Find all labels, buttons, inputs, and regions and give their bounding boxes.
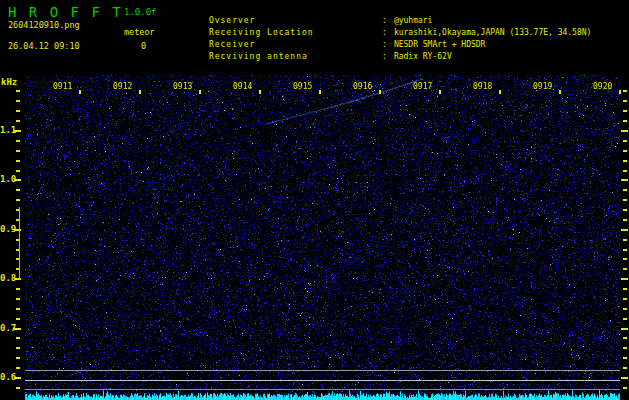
time-label: 0916 — [353, 83, 372, 91]
info-row-observer: Ovserver:@yuhmari — [180, 3, 591, 15]
freq-label: 1.0 — [0, 175, 13, 184]
info-value: NESDR SMArt + HDSDR — [394, 40, 486, 49]
info-label: Recviving antenna — [209, 51, 382, 63]
freq-minor-tick — [16, 100, 20, 102]
freq-minor-tick — [623, 100, 627, 102]
freq-major-tick — [14, 179, 21, 181]
meteor-label: meteor — [124, 27, 155, 37]
freq-minor-tick — [623, 387, 627, 389]
time-tick — [439, 90, 441, 94]
freq-minor-tick — [16, 140, 20, 142]
info-label: Receiver — [209, 39, 382, 51]
time-tick — [199, 90, 201, 94]
time-tick — [139, 90, 141, 94]
freq-major-tick — [621, 278, 628, 280]
freq-minor-tick — [623, 239, 627, 241]
time-label: 0913 — [173, 83, 192, 91]
freq-minor-tick — [16, 308, 20, 310]
freq-minor-tick — [16, 160, 20, 162]
time-tick — [619, 90, 621, 94]
datetime-label: 26.04.12 09:10 — [8, 41, 80, 51]
freq-label: 0.6 — [0, 373, 13, 382]
freq-major-tick — [621, 377, 628, 379]
info-colon: : — [382, 51, 394, 63]
hrofft-window: H R O F F T 1.0.0f 2604120910.png 26.04.… — [0, 0, 629, 400]
time-label: 0920 — [593, 83, 612, 91]
freq-major-tick — [621, 328, 628, 330]
freq-minor-tick — [623, 249, 627, 251]
time-label: 0911 — [53, 83, 72, 91]
freq-minor-tick — [623, 150, 627, 152]
info-value: kurashiki,Okayama,JAPAN (133.77E, 34.58N… — [394, 28, 591, 37]
info-colon: : — [382, 15, 394, 27]
info-value: Radix RY-62V — [394, 52, 452, 61]
freq-axis-unit: kHz — [1, 77, 17, 87]
freq-minor-tick — [16, 318, 20, 320]
freq-minor-tick — [16, 298, 20, 300]
freq-minor-tick — [623, 298, 627, 300]
spectrogram-canvas — [25, 75, 620, 400]
output-filename: 2604120910.png — [8, 20, 80, 30]
freq-minor-tick — [623, 90, 627, 92]
time-label: 0917 — [413, 83, 432, 91]
freq-major-tick — [14, 377, 21, 379]
freq-minor-tick — [623, 189, 627, 191]
freq-minor-tick — [16, 199, 20, 201]
freq-minor-tick — [16, 170, 20, 172]
freq-minor-tick — [623, 170, 627, 172]
freq-major-tick — [621, 179, 628, 181]
freq-minor-tick — [623, 318, 627, 320]
freq-minor-tick — [623, 288, 627, 290]
freq-minor-tick — [623, 140, 627, 142]
time-label: 0914 — [233, 83, 252, 91]
info-colon: : — [382, 27, 394, 39]
time-label: 0919 — [533, 83, 552, 91]
freq-minor-tick — [16, 337, 20, 339]
freq-minor-tick — [16, 110, 20, 112]
time-tick — [79, 90, 81, 94]
freq-minor-tick — [16, 387, 20, 389]
freq-minor-tick — [16, 120, 20, 122]
freq-minor-tick — [16, 150, 20, 152]
time-tick — [499, 90, 501, 94]
freq-minor-tick — [623, 337, 627, 339]
time-tick — [319, 90, 321, 94]
freq-minor-tick — [16, 288, 20, 290]
time-tick — [559, 90, 561, 94]
info-colon: : — [382, 39, 394, 51]
time-label: 0915 — [293, 83, 312, 91]
freq-minor-tick — [623, 120, 627, 122]
freq-minor-tick — [623, 258, 627, 260]
receiver-info: Ovserver:@yuhmari Receiving Location:kur… — [180, 3, 591, 51]
freq-minor-tick — [623, 367, 627, 369]
time-tick — [259, 90, 261, 94]
freq-label: 0.9 — [0, 225, 13, 234]
freq-minor-tick — [623, 160, 627, 162]
freq-label: 1.1 — [0, 126, 13, 135]
freq-minor-tick — [623, 357, 627, 359]
freq-major-tick — [621, 130, 628, 132]
info-value: @yuhmari — [394, 16, 433, 25]
time-label: 0912 — [113, 83, 132, 91]
freq-minor-tick — [16, 189, 20, 191]
time-label: 0918 — [473, 83, 492, 91]
count-range-marker — [19, 207, 20, 280]
info-label: Receiving Location — [209, 27, 382, 39]
info-label: Ovserver — [209, 15, 382, 27]
app-version: 1.0.0f — [124, 7, 157, 17]
freq-major-tick — [621, 229, 628, 231]
freq-minor-tick — [623, 209, 627, 211]
freq-minor-tick — [16, 357, 20, 359]
freq-minor-tick — [623, 347, 627, 349]
freq-minor-tick — [16, 347, 20, 349]
freq-major-tick — [14, 130, 21, 132]
freq-minor-tick — [623, 199, 627, 201]
freq-minor-tick — [623, 268, 627, 270]
freq-label: 0.7 — [0, 324, 13, 333]
freq-label: 0.8 — [0, 274, 13, 283]
freq-minor-tick — [16, 90, 20, 92]
freq-minor-tick — [623, 219, 627, 221]
time-tick — [379, 90, 381, 94]
freq-minor-tick — [623, 308, 627, 310]
meteor-count: 0 — [141, 41, 146, 51]
